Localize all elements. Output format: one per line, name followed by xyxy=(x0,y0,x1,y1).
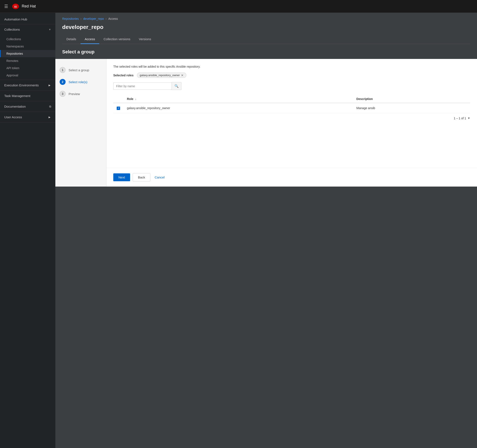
external-link-icon: ⧉ xyxy=(49,105,51,108)
breadcrumb-repositories[interactable]: Repositories xyxy=(62,17,79,20)
content-panel: Select a group 1 Select a group 2 Select… xyxy=(55,44,477,186)
wizard-footer: Next Back Cancel xyxy=(107,168,477,186)
wizard-step-3[interactable]: 3 Preview xyxy=(55,88,106,100)
table-head: Role ↓ Description xyxy=(113,95,470,103)
sidebar-items: Collections Namespaces Repositories Remo… xyxy=(0,35,55,80)
sidebar-item-api-token[interactable]: API token xyxy=(0,64,55,72)
wizard-content: The selected roles will be added to this… xyxy=(107,59,477,168)
sidebar-item-collections[interactable]: Collections xyxy=(0,35,55,43)
selected-roles-label: Selected roles xyxy=(113,74,133,77)
wizard-steps: 1 Select a group 2 Select role(s) 3 Prev… xyxy=(55,59,107,186)
sidebar-item-task-management[interactable]: Task Management xyxy=(0,91,55,101)
breadcrumb: Repositories › developer_repo › Access xyxy=(62,17,470,20)
wizard-section-title: Select a group xyxy=(55,44,477,59)
collections-section: Collections ▼ Collections Namespaces Rep… xyxy=(0,24,55,80)
filter-row: 🔍 xyxy=(113,82,181,90)
breadcrumb-developer-repo[interactable]: developer_repo xyxy=(83,17,104,20)
role-tag-text: galaxy.ansible_repository_owner xyxy=(140,74,180,77)
svg-text:RH: RH xyxy=(14,6,17,8)
brand-name: Red Hat xyxy=(22,4,36,8)
sidebar-item-repositories[interactable]: Repositories xyxy=(0,50,55,57)
sidebar-item-namespaces[interactable]: Namespaces xyxy=(0,43,55,50)
step-3-label: Preview xyxy=(69,92,80,96)
user-access-label: User Access xyxy=(4,115,22,119)
table-body: galaxy.ansible_repository_owner Manage a… xyxy=(113,103,470,113)
step-1-label: Select a group xyxy=(69,68,89,72)
col-header-description: Description xyxy=(353,95,470,103)
wizard-step-1[interactable]: 1 Select a group xyxy=(55,64,106,76)
tab-collection-versions[interactable]: Collection versions xyxy=(99,35,135,44)
pagination-chevron-icon[interactable]: ▼ xyxy=(467,116,470,120)
page-title: developer_repo xyxy=(62,24,470,30)
hamburger-icon[interactable]: ☰ xyxy=(4,4,8,9)
content-header: Repositories › developer_repo › Access d… xyxy=(55,13,477,44)
pagination-text: 1 – 1 of 1 xyxy=(454,116,466,120)
collections-section-label: Collections xyxy=(4,28,20,31)
col-header-role[interactable]: Role ↓ xyxy=(124,95,353,103)
sidebar-item-approval[interactable]: Approval xyxy=(0,72,55,79)
col-header-checkbox xyxy=(113,95,124,103)
row-role-name: galaxy.ansible_repository_owner xyxy=(124,103,353,113)
sidebar-item-documentation[interactable]: Documentation ⧉ xyxy=(0,101,55,112)
breadcrumb-sep-2: › xyxy=(106,17,107,20)
filter-input[interactable] xyxy=(113,82,172,90)
breadcrumb-access: Access xyxy=(108,17,118,20)
wizard-right-panel: The selected roles will be added to this… xyxy=(107,59,477,186)
step-1-number: 1 xyxy=(60,67,66,73)
tab-details[interactable]: Details xyxy=(62,35,80,44)
sidebar-item-user-access[interactable]: User Access ► xyxy=(0,112,55,122)
pagination-row: 1 – 1 of 1 ▼ xyxy=(113,113,470,122)
table-row: galaxy.ansible_repository_owner Manage a… xyxy=(113,103,470,113)
sidebar-item-remotes[interactable]: Remotes xyxy=(0,57,55,64)
cancel-button[interactable]: Cancel xyxy=(153,173,166,181)
sidebar-item-execution-environments[interactable]: Execution Environments ► xyxy=(0,80,55,91)
next-button[interactable]: Next xyxy=(113,173,130,181)
selected-roles-row: Selected roles galaxy.ansible_repository… xyxy=(113,73,470,78)
redhat-logo-icon: RH xyxy=(12,3,20,10)
roles-table: Role ↓ Description gal xyxy=(113,95,470,113)
collections-section-header[interactable]: Collections ▼ xyxy=(0,24,55,35)
breadcrumb-sep-1: › xyxy=(80,17,82,20)
sidebar-app-title: Automation Hub xyxy=(0,13,55,24)
collections-chevron-icon: ▼ xyxy=(48,28,51,31)
row-checkbox-cell xyxy=(113,103,124,113)
execution-environments-label: Execution Environments xyxy=(4,83,39,87)
wizard-step-2[interactable]: 2 Select role(s) xyxy=(55,76,106,88)
wizard-info-text: The selected roles will be added to this… xyxy=(113,65,470,68)
content-area: Repositories › developer_repo › Access d… xyxy=(55,13,477,448)
step-2-number: 2 xyxy=(60,79,66,85)
back-button[interactable]: Back xyxy=(133,173,150,181)
tab-versions[interactable]: Versions xyxy=(135,35,155,44)
execution-environments-chevron-icon: ► xyxy=(48,83,51,87)
search-icon: 🔍 xyxy=(174,84,179,88)
filter-search-button[interactable]: 🔍 xyxy=(172,82,181,90)
role-tag-remove-icon[interactable]: ✕ xyxy=(181,74,184,77)
tabs: Details Access Collection versions Versi… xyxy=(62,35,470,44)
row-description: Manage ansib xyxy=(353,103,470,113)
brand: RH Red Hat xyxy=(12,3,36,10)
row-checkbox[interactable] xyxy=(117,107,120,110)
step-2-label: Select role(s) xyxy=(69,80,87,84)
documentation-label: Documentation xyxy=(4,105,26,108)
user-access-chevron-icon: ► xyxy=(48,115,51,119)
task-management-label: Task Management xyxy=(4,94,30,98)
tab-access[interactable]: Access xyxy=(80,35,99,44)
main-layout: Automation Hub Collections ▼ Collections… xyxy=(0,13,477,448)
wizard-layout: 1 Select a group 2 Select role(s) 3 Prev… xyxy=(55,59,477,186)
topnav: ☰ RH Red Hat xyxy=(0,0,477,13)
sidebar: Automation Hub Collections ▼ Collections… xyxy=(0,13,55,448)
role-tag: galaxy.ansible_repository_owner ✕ xyxy=(137,73,186,78)
step-3-number: 3 xyxy=(60,91,66,97)
role-sort-icon: ↓ xyxy=(135,98,136,101)
